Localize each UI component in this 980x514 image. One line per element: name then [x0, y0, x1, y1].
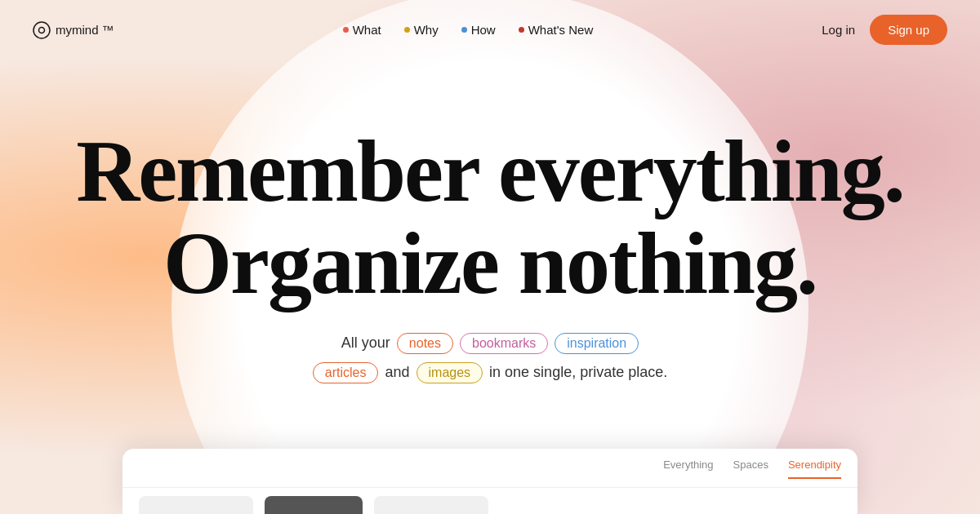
app-content — [122, 488, 858, 514]
app-preview-inner: Everything Spaces Serendipity — [122, 449, 858, 514]
hero-headline: Remember everything. Organize nothing. — [0, 125, 980, 310]
tag-notes: notes — [397, 333, 453, 354]
nav-label-whatsnew: What's New — [528, 23, 594, 37]
tab-spaces[interactable]: Spaces — [733, 459, 768, 479]
nav-item-whatsnew[interactable]: What's New — [519, 23, 594, 37]
hero-line2: Organize nothing. — [163, 215, 817, 312]
tag-articles: articles — [313, 362, 379, 383]
suffix-text: in one single, private place. — [489, 364, 667, 381]
logo[interactable]: mymind ™ — [33, 21, 114, 39]
hero-subtitle: All your notes bookmarks inspiration art… — [0, 333, 980, 383]
nav-dot-how — [461, 27, 467, 33]
tab-everything[interactable]: Everything — [663, 459, 713, 479]
nav-item-what[interactable]: What — [343, 23, 381, 37]
svg-point-0 — [33, 22, 50, 38]
subtitle-prefix: All your — [341, 335, 390, 352]
hero-line1: Remember everything. — [76, 122, 904, 219]
app-card-2 — [265, 496, 363, 514]
subtitle-line-1: All your notes bookmarks inspiration — [341, 333, 639, 354]
app-tabs: Everything Spaces Serendipity — [122, 449, 858, 488]
nav-dot-what — [343, 27, 349, 33]
tag-inspiration: inspiration — [555, 333, 639, 354]
app-card-1 — [139, 496, 253, 514]
nav-item-how[interactable]: How — [461, 23, 496, 37]
nav-label-what: What — [353, 23, 381, 37]
login-button[interactable]: Log in — [822, 23, 855, 37]
logo-text: mymind ™ — [56, 23, 114, 37]
nav-dot-why — [404, 27, 410, 33]
svg-point-1 — [39, 27, 45, 33]
logo-icon — [33, 21, 51, 39]
main-nav: What Why How What's New — [343, 23, 594, 37]
tag-images: images — [416, 362, 483, 383]
app-preview: Everything Spaces Serendipity — [122, 449, 858, 514]
app-card-3 — [374, 496, 488, 514]
nav-label-how: How — [471, 23, 496, 37]
nav-dot-whatsnew — [519, 27, 524, 33]
conjunction: and — [385, 364, 409, 381]
tab-serendipity[interactable]: Serendipity — [788, 459, 841, 479]
subtitle-line-2: articles and images in one single, priva… — [313, 362, 667, 383]
nav-label-why: Why — [414, 23, 439, 37]
nav-item-why[interactable]: Why — [404, 23, 439, 37]
signup-button[interactable]: Sign up — [870, 15, 947, 45]
hero-section: Remember everything. Organize nothing. A… — [0, 60, 980, 383]
tag-bookmarks: bookmarks — [460, 333, 548, 354]
header-actions: Log in Sign up — [822, 15, 947, 45]
header: mymind ™ What Why How What's New Log in … — [0, 0, 980, 60]
